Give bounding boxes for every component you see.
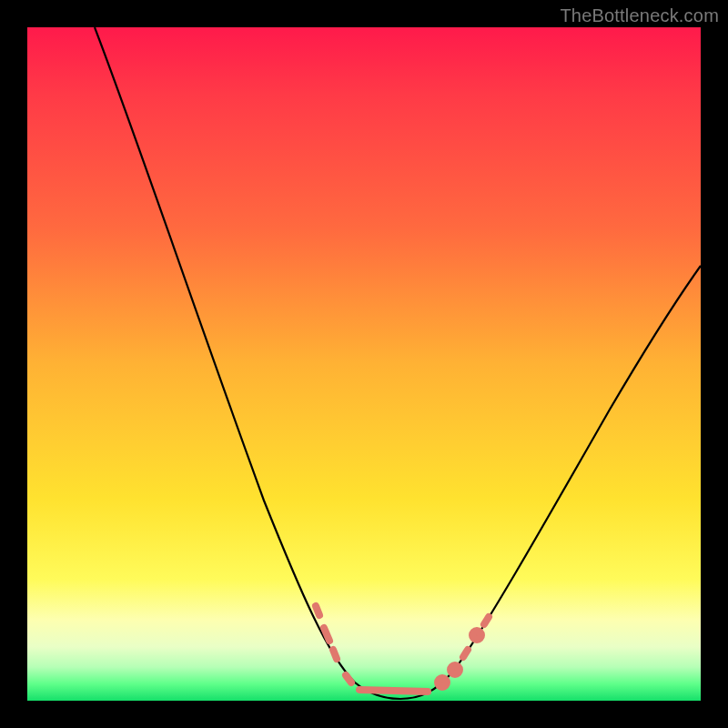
svg-line-9 [484, 617, 489, 624]
svg-line-1 [324, 628, 329, 641]
plot-area [27, 27, 701, 701]
bottleneck-curve [95, 27, 701, 699]
svg-point-5 [438, 678, 447, 687]
svg-line-3 [346, 675, 351, 682]
watermark-text: TheBottleneck.com [560, 5, 719, 26]
svg-line-7 [463, 650, 468, 657]
svg-line-0 [316, 606, 319, 615]
svg-point-6 [450, 665, 460, 674]
svg-point-8 [472, 631, 481, 640]
highlight-dots [316, 606, 489, 692]
svg-line-4 [359, 690, 428, 692]
curve-layer [27, 27, 701, 701]
chart-frame: TheBottleneck.com [0, 0, 728, 728]
svg-line-2 [333, 650, 337, 659]
